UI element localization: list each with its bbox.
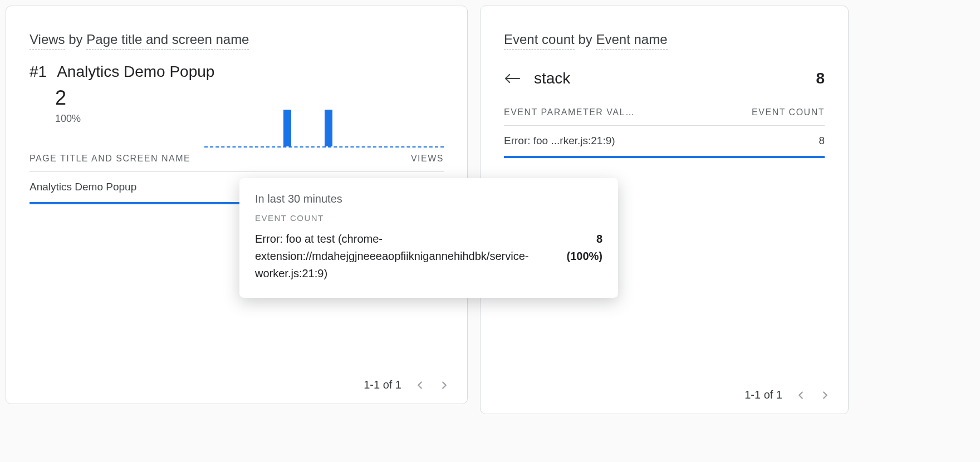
chevron-left-icon[interactable] xyxy=(795,389,807,401)
tooltip-time-range: In last 30 minutes xyxy=(255,193,602,205)
chevron-right-icon[interactable] xyxy=(819,389,831,401)
metric-name[interactable]: Views xyxy=(30,32,65,50)
tooltip-value: 8 xyxy=(567,230,602,248)
tooltip-metric-label: EVENT COUNT xyxy=(255,213,602,223)
pager-status: 1-1 of 1 xyxy=(744,389,782,401)
event-name: stack xyxy=(534,70,802,87)
top-item-row: #1 Analytics Demo Popup xyxy=(30,63,444,81)
pager-status: 1-1 of 1 xyxy=(364,379,401,391)
views-sparkline xyxy=(204,106,444,148)
events-pager: 1-1 of 1 xyxy=(744,389,831,401)
event-total-count: 8 xyxy=(816,70,825,87)
events-card-title: Event count by Event name xyxy=(504,32,825,47)
rank-badge: #1 xyxy=(30,63,47,81)
spark-bar xyxy=(325,110,332,146)
tooltip-message: Error: foo at test (chrome-extension://m… xyxy=(255,230,556,282)
row-value: 8 xyxy=(819,135,825,147)
views-pager: 1-1 of 1 xyxy=(364,379,450,391)
table-row[interactable]: Error: foo ...rker.js:21:9) 8 xyxy=(504,126,825,158)
events-col-label: EVENT PARAMETER VAL… xyxy=(504,107,635,117)
row-label: Error: foo ...rker.js:21:9) xyxy=(504,135,615,147)
views-card-title: Views by Page title and screen name xyxy=(30,32,444,47)
event-detail-header: stack 8 xyxy=(504,70,825,87)
dimension-name[interactable]: Event name xyxy=(596,32,667,50)
spark-bar xyxy=(283,110,291,146)
dimension-name[interactable]: Page title and screen name xyxy=(86,32,249,50)
chevron-right-icon[interactable] xyxy=(438,379,450,391)
views-col-label: PAGE TITLE AND SCREEN NAME xyxy=(30,154,190,164)
arrow-left-icon[interactable] xyxy=(504,72,521,85)
hover-tooltip: In last 30 minutes EVENT COUNT Error: fo… xyxy=(239,178,618,298)
row-label: Analytics Demo Popup xyxy=(30,181,136,193)
tooltip-percent: (100%) xyxy=(567,250,602,262)
events-table-header: EVENT PARAMETER VAL… EVENT COUNT xyxy=(504,107,825,126)
chevron-left-icon[interactable] xyxy=(414,379,426,391)
top-item-label: Analytics Demo Popup xyxy=(57,63,214,81)
views-col-value: VIEWS xyxy=(411,154,444,164)
events-col-value: EVENT COUNT xyxy=(752,107,825,117)
metric-name[interactable]: Event count xyxy=(504,32,575,50)
views-table-header: PAGE TITLE AND SCREEN NAME VIEWS xyxy=(30,154,444,172)
